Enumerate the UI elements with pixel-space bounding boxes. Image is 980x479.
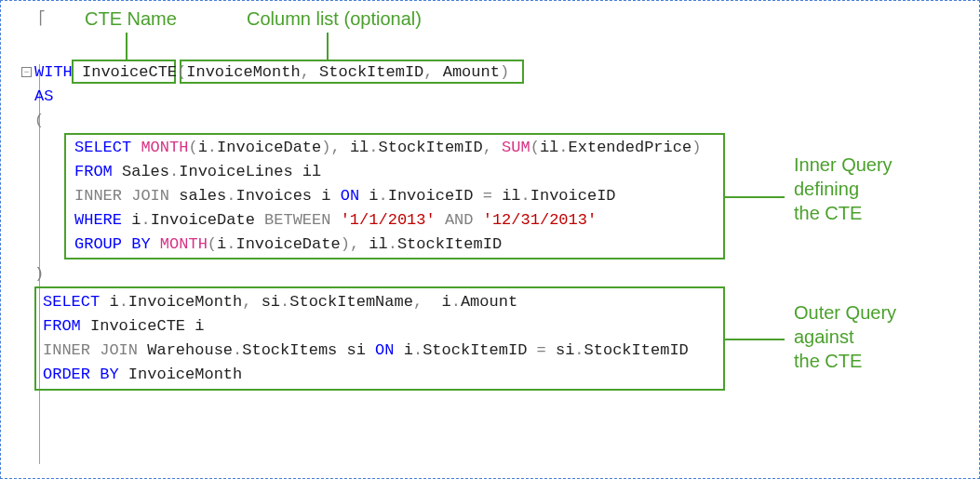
code-line-12: INNER JOIN Warehouse.StockItems si ON i.… <box>43 339 689 362</box>
kw-with: WITH <box>34 63 73 81</box>
annotation-inner-query: Inner Query defining the CTE <box>794 153 893 225</box>
annotation-inner-line3: the CTE <box>794 201 893 225</box>
annotation-inner-line2: defining <box>794 177 893 201</box>
code-line-5: FROM Sales.InvoiceLines il <box>74 161 321 183</box>
kw-as: AS <box>34 87 53 105</box>
code-line-10: SELECT i.InvoiceMonth, si.StockItemName,… <box>43 291 517 313</box>
code-line-7: WHERE i.InvoiceDate BETWEEN '1/1/2013' A… <box>74 209 597 232</box>
code-line-11: FROM InvoiceCTE i <box>43 315 204 338</box>
code-line-9: ) <box>34 263 44 286</box>
annotation-inner-line1: Inner Query <box>794 153 893 177</box>
connector-cte-name <box>126 33 128 60</box>
connector-column-list <box>327 33 329 60</box>
code-line-13: ORDER BY InvoiceMonth <box>43 364 242 386</box>
id-invoicecte: InvoiceCTE <box>82 63 177 81</box>
code-line-2: AS <box>34 86 53 108</box>
annotation-column-list: Column list (optional) <box>247 8 422 30</box>
annotation-outer-line2: against <box>794 325 896 349</box>
annotation-cte-name: CTE Name <box>85 8 177 30</box>
annotation-outer-line3: the CTE <box>794 349 896 373</box>
code-line-3: ( <box>34 110 44 132</box>
connector-inner-query <box>725 196 785 198</box>
bracket-top: ⎡ <box>38 10 46 26</box>
code-line-6: INNER JOIN sales.Invoices i ON i.Invoice… <box>74 185 616 207</box>
fold-minus-icon[interactable]: − <box>21 67 32 77</box>
code-line-4: SELECT MONTH(i.InvoiceDate), il.StockIte… <box>74 137 701 159</box>
connector-outer-query <box>725 339 785 340</box>
code-line-1: WITH InvoiceCTE(InvoiceMonth, StockItemI… <box>34 61 509 84</box>
code-line-8: GROUP BY MONTH(i.InvoiceDate), il.StockI… <box>74 233 502 256</box>
annotation-outer-line1: Outer Query <box>794 300 896 325</box>
diagram-frame: CTE Name Column list (optional) − ⎡ WITH… <box>0 0 980 479</box>
annotation-outer-query: Outer Query against the CTE <box>794 300 896 373</box>
